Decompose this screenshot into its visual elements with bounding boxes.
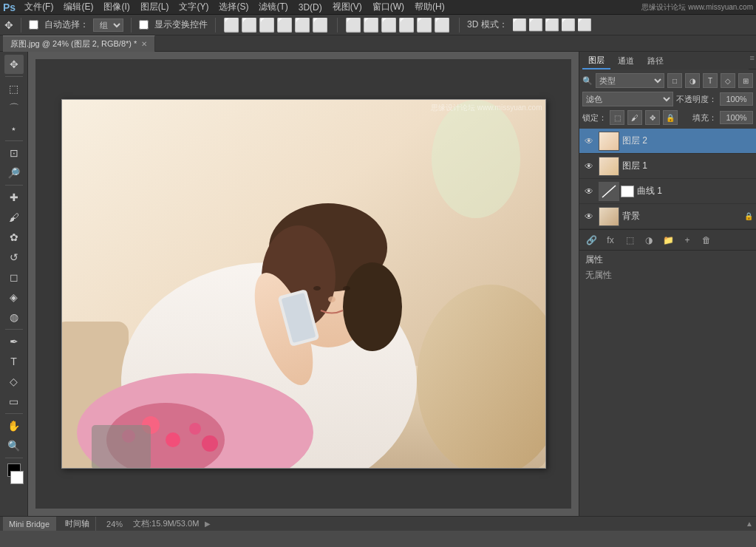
opacity-label: 不透明度： — [676, 94, 717, 105]
lock-all-btn[interactable]: 🔒 — [663, 110, 678, 125]
layer-group-btn[interactable]: 📁 — [661, 233, 675, 248]
menu-text[interactable]: 文字(Y) — [174, 0, 213, 15]
tool-separator-4 — [5, 329, 23, 330]
canvas-container: 思缘设计论坛 www.missyuan.com — [35, 59, 571, 509]
document-tab-label: 原图.jpg @ 24% (图层 2, RGB/8*) * — [10, 38, 137, 50]
filter-smart-btn[interactable]: ⊞ — [738, 73, 753, 88]
layer-2-thumbnail — [599, 132, 619, 151]
zoom-tool[interactable]: 🔍 — [4, 436, 24, 455]
panel-header: 图层 通道 路径 ≡ — [579, 52, 756, 69]
panel-collapse-btn[interactable]: ≡ — [749, 52, 756, 69]
3d-mode-label: 3D 模式： — [467, 18, 508, 31]
tab-layers[interactable]: 图层 — [582, 52, 610, 69]
layer-item-2[interactable]: 👁 图层 2 — [579, 129, 756, 154]
shape-tool[interactable]: ▭ — [4, 392, 24, 411]
layer-new-btn[interactable]: + — [680, 233, 695, 248]
layers-list: 👁 图层 2 👁 图层 1 👁 — [579, 129, 756, 229]
wand-tool[interactable]: ⋆ — [4, 119, 24, 138]
menu-3d[interactable]: 3D(D) — [294, 1, 327, 14]
layer-item-1[interactable]: 👁 图层 1 — [579, 154, 756, 179]
tool-separator-6 — [5, 458, 23, 458]
history-tool[interactable]: ↺ — [4, 248, 24, 267]
bottom-right: ▲ — [746, 520, 753, 528]
auto-select-checkbox[interactable] — [29, 20, 38, 30]
filter-text-btn[interactable]: T — [703, 73, 718, 88]
menu-window[interactable]: 窗口(W) — [368, 0, 409, 15]
layer-mask-btn[interactable]: ⬚ — [622, 233, 637, 248]
fill-input[interactable] — [720, 111, 753, 124]
path-tool[interactable]: ◇ — [4, 372, 24, 391]
bottom-expand-icon[interactable]: ▲ — [746, 520, 753, 528]
bg-visibility-toggle[interactable]: 👁 — [582, 210, 596, 223]
svg-rect-23 — [92, 425, 151, 469]
layer-2-visibility-toggle[interactable]: 👁 — [582, 135, 596, 148]
move-tool[interactable]: ✥ — [4, 55, 24, 74]
lock-row: 锁定： ⬚ 🖌 ✥ 🔒 填充： — [582, 109, 753, 126]
lock-image-btn[interactable]: 🖌 — [627, 110, 642, 125]
auto-select-dropdown[interactable]: 组 — [93, 18, 123, 32]
show-transform-checkbox[interactable] — [139, 20, 149, 30]
filter-shape-btn[interactable]: ◇ — [721, 73, 735, 88]
svg-point-14 — [328, 296, 336, 302]
layer-delete-btn[interactable]: 🗑 — [699, 233, 714, 248]
layer-1-visibility-toggle[interactable]: 👁 — [582, 160, 596, 173]
healing-tool[interactable]: ✚ — [4, 188, 24, 207]
toolbar-separator-1 — [21, 18, 21, 33]
gradient-tool[interactable]: ◈ — [4, 288, 24, 307]
clone-tool[interactable]: ✿ — [4, 228, 24, 247]
toolbar-separator-2 — [131, 18, 132, 33]
menu-layer[interactable]: 图层(L) — [136, 0, 174, 15]
menu-image[interactable]: 图像(I) — [99, 0, 134, 15]
lasso-tool[interactable]: ⌒ — [4, 99, 24, 118]
menu-edit[interactable]: 编辑(E) — [59, 0, 98, 15]
background-color[interactable] — [10, 471, 24, 484]
menu-view[interactable]: 视图(V) — [328, 0, 367, 15]
panel-tabs: 图层 通道 路径 — [579, 52, 749, 69]
layer-item-curves[interactable]: 👁 曲线 1 — [579, 179, 756, 204]
opacity-input[interactable] — [720, 92, 753, 106]
blend-mode-select[interactable]: 滤色 — [582, 92, 673, 106]
brush-tool[interactable]: 🖌 — [4, 208, 24, 227]
filter-type-select[interactable]: 类型 — [596, 73, 664, 88]
lock-position-btn[interactable]: ✥ — [645, 110, 660, 125]
crop-tool[interactable]: ⊡ — [4, 143, 24, 163]
eyedropper-tool[interactable]: 🔎 — [4, 163, 24, 183]
pen-tool[interactable]: ✒ — [4, 332, 24, 351]
document-zoom: 24% — [106, 520, 123, 529]
3d-mode-icons: ⬜⬜⬜⬜⬜ — [512, 18, 593, 32]
layer-item-background[interactable]: 👁 背景 🔒 — [579, 204, 756, 229]
layer-link-btn[interactable]: 🔗 — [584, 233, 599, 248]
dodge-tool[interactable]: ◍ — [4, 308, 24, 327]
canvas-area[interactable]: 思缘设计论坛 www.missyuan.com — [28, 52, 579, 516]
marquee-tool[interactable]: ⬚ — [4, 79, 24, 98]
layer-toolbar: 🔗 fx ⬚ ◑ 📁 + 🗑 — [579, 229, 756, 250]
menu-select[interactable]: 选择(S) — [214, 0, 253, 15]
menu-file[interactable]: 文件(F) — [20, 0, 58, 15]
curves-visibility-toggle[interactable]: 👁 — [582, 185, 596, 198]
layer-effect-btn[interactable]: fx — [603, 233, 618, 248]
filter-adjust-btn[interactable]: ◑ — [685, 73, 700, 88]
filter-icon: 🔍 — [582, 76, 593, 86]
properties-panel: 属性 无属性 — [579, 250, 756, 516]
menu-filter[interactable]: 滤镜(T) — [254, 0, 292, 15]
toolbar-separator-4 — [337, 18, 338, 33]
hand-tool[interactable]: ✋ — [4, 416, 24, 435]
menu-help[interactable]: 帮助(H) — [410, 0, 449, 15]
document-tab-close[interactable]: ✕ — [141, 40, 147, 48]
mini-bridge-tab[interactable]: Mini Bridge — [3, 517, 56, 531]
document-info: 文档:15.9M/53.0M — [133, 518, 199, 529]
tab-paths[interactable]: 路径 — [641, 53, 670, 69]
filter-pixel-btn[interactable]: □ — [667, 73, 682, 88]
text-tool[interactable]: T — [4, 352, 24, 371]
bg-lock-icon: 🔒 — [744, 212, 753, 220]
canvas-image: 思缘设计论坛 www.missyuan.com — [61, 99, 546, 469]
document-tab[interactable]: 原图.jpg @ 24% (图层 2, RGB/8*) * ✕ — [3, 35, 155, 52]
eraser-tool[interactable]: ◻ — [4, 268, 24, 287]
lock-transparent-btn[interactable]: ⬚ — [610, 110, 624, 125]
expand-arrow[interactable]: ▶ — [205, 520, 211, 528]
timeline-tab[interactable]: 时间轴 — [59, 517, 96, 531]
curve-svg — [599, 183, 619, 200]
layer-adjustment-btn[interactable]: ◑ — [641, 233, 656, 248]
properties-value: 无属性 — [585, 269, 750, 282]
tab-channels[interactable]: 通道 — [612, 53, 640, 69]
